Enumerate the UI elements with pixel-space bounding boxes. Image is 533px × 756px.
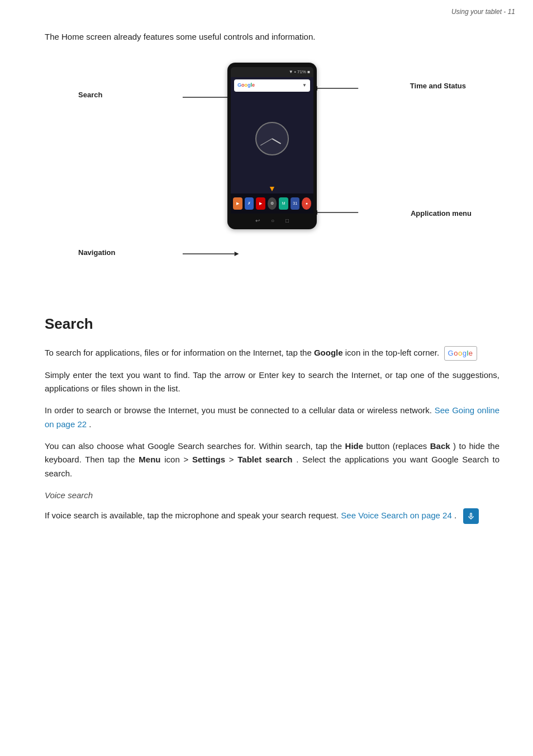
- app-icon-5: M: [279, 197, 288, 210]
- home-nav-btn: ○: [271, 216, 274, 224]
- intro-paragraph: The Home screen already features some us…: [45, 30, 499, 44]
- search-p1-text1: To search for applications, files or for…: [45, 348, 314, 357]
- down-arrow-icon: ▼: [268, 183, 276, 195]
- tablet-search-bold: Tablet search: [237, 455, 292, 464]
- search-paragraph-1: To search for applications, files or for…: [45, 346, 499, 361]
- clock-hour-hand: [272, 138, 282, 144]
- download-icon: ▼: [302, 82, 307, 89]
- phone-screen: ▼ ▪ 71% ■ G o o g l e ▼: [231, 67, 313, 224]
- voice-search-text1: If voice search is available, tap the mi…: [45, 511, 341, 520]
- voice-search-link[interactable]: See Voice Search on page 24: [341, 511, 452, 520]
- search-p4-text5: >: [229, 455, 237, 464]
- app-menu-indicator: ▼: [231, 183, 313, 193]
- mic-icon-badge: [463, 508, 479, 524]
- phone-clock-area: [231, 94, 313, 183]
- section-title-search: Search: [45, 312, 499, 336]
- recents-nav-btn: □: [285, 216, 289, 224]
- search-paragraph-2: Simply enter the text you want to find. …: [45, 368, 499, 396]
- search-p1-text2: icon in the top-left corner.: [345, 348, 442, 357]
- voice-search-title: Voice search: [45, 489, 499, 503]
- search-p3-text2: .: [89, 419, 91, 429]
- settings-bold: Settings: [192, 455, 225, 464]
- svg-marker-7: [235, 252, 239, 256]
- back-bold: Back: [430, 441, 450, 451]
- google-icon-badge: Google: [444, 346, 477, 360]
- search-p4-text4: icon >: [164, 455, 192, 464]
- search-p1-bold: Google: [314, 348, 343, 357]
- search-p4-text1: You can also choose what Google Search s…: [45, 441, 345, 451]
- search-p3-text1: In order to search or browse the Interne…: [45, 405, 435, 415]
- label-search: Search: [78, 89, 102, 101]
- label-app-menu: Application menu: [411, 208, 472, 219]
- menu-bold: Menu: [139, 455, 160, 464]
- diagram-container: Search Time and Status Application menu …: [45, 57, 499, 292]
- page-info: Using your tablet - 11: [451, 8, 515, 16]
- voice-search-paragraph: If voice search is available, tap the mi…: [45, 508, 499, 524]
- app-icon-6: 31: [291, 197, 300, 210]
- back-nav-btn: ↩: [255, 216, 260, 224]
- search-paragraph-3: In order to search or browse the Interne…: [45, 404, 499, 432]
- app-icon-7: ●: [302, 197, 311, 210]
- phone-mockup: ▼ ▪ 71% ■ G o o g l e ▼: [227, 63, 317, 229]
- app-icon-4: ⚙: [268, 197, 277, 210]
- voice-search-text2: .: [454, 511, 459, 520]
- phone-clock: [255, 122, 289, 155]
- label-time-status: Time and Status: [410, 81, 466, 92]
- status-icons: ▼ ▪ 71% ■: [289, 69, 310, 75]
- phone-app-tray: ▶ ✗ ▶ ⚙ M 31 ●: [231, 193, 313, 214]
- search-paragraph-4: You can also choose what Google Search s…: [45, 440, 499, 481]
- phone-status-bar: ▼ ▪ 71% ■: [231, 67, 313, 77]
- search-section: Search To search for applications, files…: [45, 312, 499, 524]
- phone-frame: ▼ ▪ 71% ■ G o o g l e ▼: [227, 63, 317, 229]
- clock-minute-hand: [260, 139, 272, 146]
- microphone-icon: [467, 512, 475, 521]
- main-content: The Home screen already features some us…: [0, 21, 533, 554]
- hide-bold: Hide: [345, 441, 364, 451]
- page-header: Using your tablet - 11: [0, 0, 533, 21]
- intro-text: The Home screen already features some us…: [45, 32, 315, 41]
- search-p2-text: Simply enter the text you want to find. …: [45, 370, 499, 394]
- app-icon-2: ✗: [245, 197, 254, 210]
- google-search-label: G: [237, 82, 241, 89]
- search-p4-text2: button (replaces: [367, 441, 430, 451]
- label-navigation: Navigation: [78, 247, 115, 258]
- phone-search-bar: G o o g l e ▼: [234, 79, 310, 92]
- phone-nav-bar: ↩ ○ □: [231, 214, 313, 224]
- app-icon-3: ▶: [256, 197, 265, 210]
- app-icon-1: ▶: [233, 197, 242, 210]
